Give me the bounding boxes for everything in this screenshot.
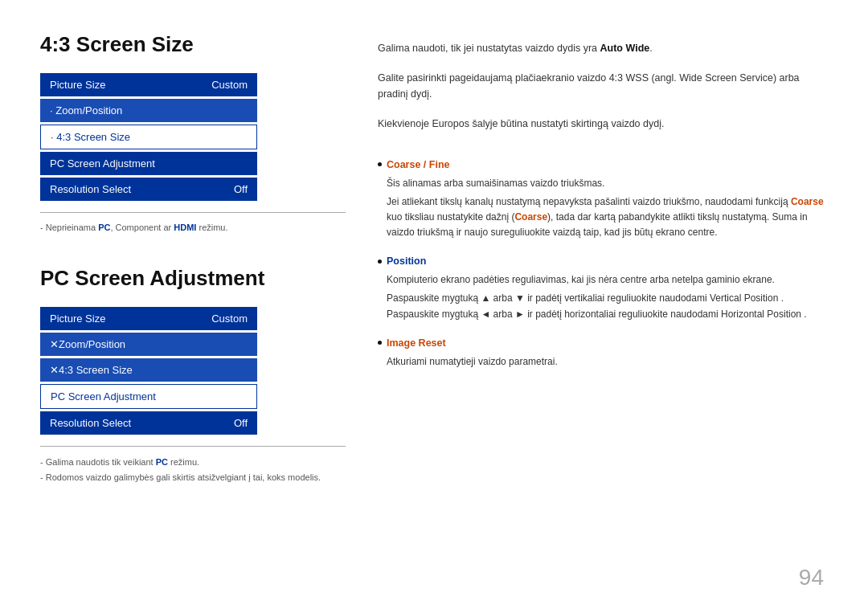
menu-item-value: Custom	[211, 79, 248, 91]
intro-line-3: Kiekvienoje Europos šalyje būtina nustat…	[378, 116, 828, 133]
menu-item-label: Picture Size	[50, 79, 105, 91]
menu-item: Resolution SelectOff	[40, 411, 257, 435]
menu-item-label: ✕Zoom/Position	[50, 338, 125, 350]
menu-item-label: ✕4:3 Screen Size	[50, 364, 133, 376]
bullet-section: Coarse / Fine Šis alinamas arba sumaišin…	[378, 157, 828, 383]
menu-item-value: Custom	[211, 313, 248, 325]
bullet-dot-1	[378, 162, 382, 166]
bullet-dot-3	[378, 341, 382, 345]
bullet-coarse-fine: Coarse / Fine Šis alinamas arba sumaišin…	[378, 157, 828, 241]
menu-item-label: · 4:3 Screen Size	[51, 131, 130, 143]
menu-item: ✕4:3 Screen Size	[40, 358, 257, 382]
section-1: 4:3 Screen Size Picture SizeCustom· Zoom…	[40, 32, 346, 235]
menu-item-label: Resolution Select	[50, 183, 131, 195]
intro-line-2: Galite pasirinkti pageidaujamą plačiaekr…	[378, 70, 828, 103]
menu-item-value: Off	[234, 417, 248, 429]
right-column: Galima naudoti, tik jei nustatytas vaizd…	[378, 32, 828, 589]
bullet-title-1: Coarse / Fine	[387, 157, 450, 173]
bullet-position: Position Kompiuterio ekrano padėties reg…	[378, 253, 828, 322]
menu-item: · Zoom/Position	[40, 99, 257, 122]
menu-item-label: · Zoom/Position	[50, 104, 122, 116]
section-1-note: - Neprieinama PC, Component ar HDMI reži…	[40, 212, 346, 235]
intro-line-1: Galima naudoti, tik jei nustatytas vaizd…	[378, 40, 828, 57]
menu-item: Picture SizeCustom	[40, 73, 257, 96]
menu-item: Resolution SelectOff	[40, 178, 257, 201]
section-2-notes: - Galima naudotis tik veikiant PC režimu…	[40, 446, 346, 486]
menu-item: PC Screen Adjustment	[40, 384, 257, 409]
bullet-title-3: Image Reset	[387, 335, 446, 351]
bullet-image-reset: Image Reset Atkuriami numatytieji vaizdo…	[378, 335, 828, 370]
menu-1: Picture SizeCustom· Zoom/Position· 4:3 S…	[40, 73, 257, 201]
left-column: 4:3 Screen Size Picture SizeCustom· Zoom…	[40, 32, 346, 589]
bullet-title-2: Position	[387, 253, 426, 269]
menu-item-label: Resolution Select	[50, 417, 131, 429]
menu-item-label: PC Screen Adjustment	[50, 157, 155, 170]
menu-item: PC Screen Adjustment	[40, 152, 257, 175]
menu-item-label: PC Screen Adjustment	[51, 390, 156, 403]
menu-item-value: Off	[234, 183, 248, 195]
bullet-dot-2	[378, 260, 382, 264]
section-1-title: 4:3 Screen Size	[40, 32, 346, 57]
page-number: 94	[799, 565, 824, 591]
section-2: PC Screen Adjustment Picture SizeCustom✕…	[40, 266, 346, 486]
menu-item: Picture SizeCustom	[40, 307, 257, 330]
menu-2: Picture SizeCustom✕Zoom/Position✕4:3 Scr…	[40, 307, 257, 435]
section-2-title: PC Screen Adjustment	[40, 266, 346, 291]
menu-item-label: Picture Size	[50, 313, 105, 325]
menu-item: · 4:3 Screen Size	[40, 125, 257, 149]
menu-item: ✕Zoom/Position	[40, 333, 257, 356]
